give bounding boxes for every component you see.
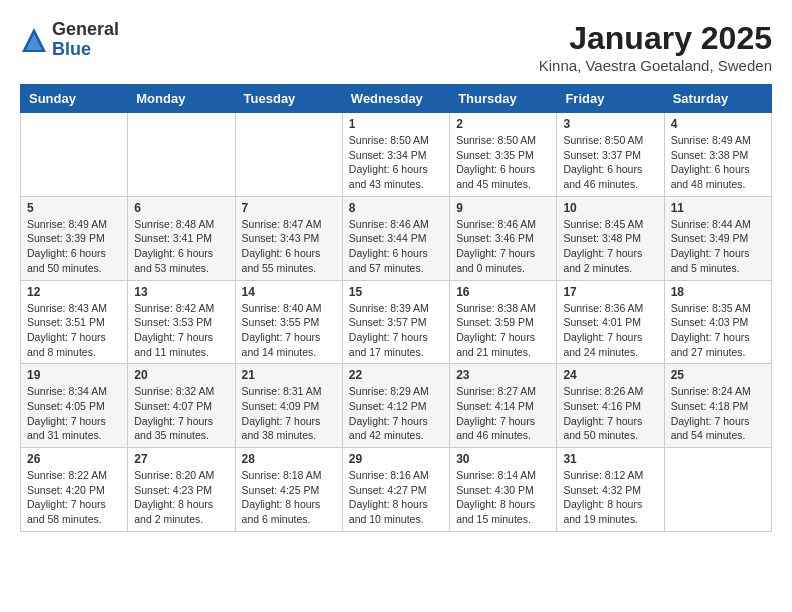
day-info: Sunrise: 8:32 AM Sunset: 4:07 PM Dayligh… (134, 384, 228, 443)
day-info: Sunrise: 8:42 AM Sunset: 3:53 PM Dayligh… (134, 301, 228, 360)
calendar-cell (664, 448, 771, 532)
day-info: Sunrise: 8:45 AM Sunset: 3:48 PM Dayligh… (563, 217, 657, 276)
day-info: Sunrise: 8:50 AM Sunset: 3:35 PM Dayligh… (456, 133, 550, 192)
day-number: 4 (671, 117, 765, 131)
calendar-cell: 4Sunrise: 8:49 AM Sunset: 3:38 PM Daylig… (664, 113, 771, 197)
calendar-week-row: 12Sunrise: 8:43 AM Sunset: 3:51 PM Dayli… (21, 280, 772, 364)
day-info: Sunrise: 8:38 AM Sunset: 3:59 PM Dayligh… (456, 301, 550, 360)
calendar-header-saturday: Saturday (664, 85, 771, 113)
day-number: 15 (349, 285, 443, 299)
title-section: January 2025 Kinna, Vaestra Goetaland, S… (539, 20, 772, 74)
day-info: Sunrise: 8:44 AM Sunset: 3:49 PM Dayligh… (671, 217, 765, 276)
calendar-header-wednesday: Wednesday (342, 85, 449, 113)
calendar-cell: 5Sunrise: 8:49 AM Sunset: 3:39 PM Daylig… (21, 196, 128, 280)
calendar-cell: 12Sunrise: 8:43 AM Sunset: 3:51 PM Dayli… (21, 280, 128, 364)
page-header: General Blue January 2025 Kinna, Vaestra… (20, 20, 772, 74)
calendar-cell: 1Sunrise: 8:50 AM Sunset: 3:34 PM Daylig… (342, 113, 449, 197)
day-info: Sunrise: 8:14 AM Sunset: 4:30 PM Dayligh… (456, 468, 550, 527)
calendar-week-row: 26Sunrise: 8:22 AM Sunset: 4:20 PM Dayli… (21, 448, 772, 532)
logo-icon (20, 26, 48, 54)
calendar-cell: 28Sunrise: 8:18 AM Sunset: 4:25 PM Dayli… (235, 448, 342, 532)
day-number: 13 (134, 285, 228, 299)
calendar-cell: 11Sunrise: 8:44 AM Sunset: 3:49 PM Dayli… (664, 196, 771, 280)
day-number: 18 (671, 285, 765, 299)
calendar-week-row: 19Sunrise: 8:34 AM Sunset: 4:05 PM Dayli… (21, 364, 772, 448)
calendar-header-thursday: Thursday (450, 85, 557, 113)
calendar-cell (235, 113, 342, 197)
day-info: Sunrise: 8:12 AM Sunset: 4:32 PM Dayligh… (563, 468, 657, 527)
calendar-cell: 20Sunrise: 8:32 AM Sunset: 4:07 PM Dayli… (128, 364, 235, 448)
day-info: Sunrise: 8:35 AM Sunset: 4:03 PM Dayligh… (671, 301, 765, 360)
calendar-week-row: 5Sunrise: 8:49 AM Sunset: 3:39 PM Daylig… (21, 196, 772, 280)
calendar-header-sunday: Sunday (21, 85, 128, 113)
logo: General Blue (20, 20, 119, 60)
day-number: 10 (563, 201, 657, 215)
day-info: Sunrise: 8:24 AM Sunset: 4:18 PM Dayligh… (671, 384, 765, 443)
calendar-cell: 6Sunrise: 8:48 AM Sunset: 3:41 PM Daylig… (128, 196, 235, 280)
calendar-cell: 22Sunrise: 8:29 AM Sunset: 4:12 PM Dayli… (342, 364, 449, 448)
day-number: 29 (349, 452, 443, 466)
day-number: 19 (27, 368, 121, 382)
day-info: Sunrise: 8:48 AM Sunset: 3:41 PM Dayligh… (134, 217, 228, 276)
day-info: Sunrise: 8:46 AM Sunset: 3:44 PM Dayligh… (349, 217, 443, 276)
day-number: 21 (242, 368, 336, 382)
day-number: 23 (456, 368, 550, 382)
calendar-cell: 31Sunrise: 8:12 AM Sunset: 4:32 PM Dayli… (557, 448, 664, 532)
day-number: 17 (563, 285, 657, 299)
calendar-cell: 23Sunrise: 8:27 AM Sunset: 4:14 PM Dayli… (450, 364, 557, 448)
day-number: 22 (349, 368, 443, 382)
day-number: 24 (563, 368, 657, 382)
calendar-cell (128, 113, 235, 197)
day-number: 9 (456, 201, 550, 215)
day-info: Sunrise: 8:46 AM Sunset: 3:46 PM Dayligh… (456, 217, 550, 276)
day-info: Sunrise: 8:22 AM Sunset: 4:20 PM Dayligh… (27, 468, 121, 527)
day-number: 20 (134, 368, 228, 382)
day-info: Sunrise: 8:49 AM Sunset: 3:38 PM Dayligh… (671, 133, 765, 192)
calendar-cell: 30Sunrise: 8:14 AM Sunset: 4:30 PM Dayli… (450, 448, 557, 532)
logo-text: General Blue (52, 20, 119, 60)
day-info: Sunrise: 8:50 AM Sunset: 3:34 PM Dayligh… (349, 133, 443, 192)
day-number: 25 (671, 368, 765, 382)
day-number: 1 (349, 117, 443, 131)
calendar-header-friday: Friday (557, 85, 664, 113)
day-info: Sunrise: 8:43 AM Sunset: 3:51 PM Dayligh… (27, 301, 121, 360)
day-number: 3 (563, 117, 657, 131)
day-number: 5 (27, 201, 121, 215)
calendar-cell: 26Sunrise: 8:22 AM Sunset: 4:20 PM Dayli… (21, 448, 128, 532)
day-number: 8 (349, 201, 443, 215)
calendar-header-monday: Monday (128, 85, 235, 113)
day-number: 28 (242, 452, 336, 466)
calendar-cell: 18Sunrise: 8:35 AM Sunset: 4:03 PM Dayli… (664, 280, 771, 364)
day-number: 30 (456, 452, 550, 466)
day-info: Sunrise: 8:39 AM Sunset: 3:57 PM Dayligh… (349, 301, 443, 360)
logo-general: General (52, 20, 119, 40)
calendar-table: SundayMondayTuesdayWednesdayThursdayFrid… (20, 84, 772, 532)
calendar-cell: 19Sunrise: 8:34 AM Sunset: 4:05 PM Dayli… (21, 364, 128, 448)
calendar-cell: 14Sunrise: 8:40 AM Sunset: 3:55 PM Dayli… (235, 280, 342, 364)
calendar-cell: 27Sunrise: 8:20 AM Sunset: 4:23 PM Dayli… (128, 448, 235, 532)
calendar-header-row: SundayMondayTuesdayWednesdayThursdayFrid… (21, 85, 772, 113)
day-info: Sunrise: 8:16 AM Sunset: 4:27 PM Dayligh… (349, 468, 443, 527)
day-info: Sunrise: 8:47 AM Sunset: 3:43 PM Dayligh… (242, 217, 336, 276)
calendar-cell: 29Sunrise: 8:16 AM Sunset: 4:27 PM Dayli… (342, 448, 449, 532)
day-info: Sunrise: 8:26 AM Sunset: 4:16 PM Dayligh… (563, 384, 657, 443)
day-info: Sunrise: 8:50 AM Sunset: 3:37 PM Dayligh… (563, 133, 657, 192)
calendar-cell: 13Sunrise: 8:42 AM Sunset: 3:53 PM Dayli… (128, 280, 235, 364)
calendar-cell: 3Sunrise: 8:50 AM Sunset: 3:37 PM Daylig… (557, 113, 664, 197)
day-info: Sunrise: 8:29 AM Sunset: 4:12 PM Dayligh… (349, 384, 443, 443)
day-number: 11 (671, 201, 765, 215)
day-number: 6 (134, 201, 228, 215)
calendar-cell: 10Sunrise: 8:45 AM Sunset: 3:48 PM Dayli… (557, 196, 664, 280)
calendar-cell: 7Sunrise: 8:47 AM Sunset: 3:43 PM Daylig… (235, 196, 342, 280)
day-number: 7 (242, 201, 336, 215)
day-info: Sunrise: 8:20 AM Sunset: 4:23 PM Dayligh… (134, 468, 228, 527)
calendar-cell: 21Sunrise: 8:31 AM Sunset: 4:09 PM Dayli… (235, 364, 342, 448)
day-number: 27 (134, 452, 228, 466)
page-title: January 2025 (539, 20, 772, 57)
day-number: 16 (456, 285, 550, 299)
day-number: 12 (27, 285, 121, 299)
calendar-cell: 15Sunrise: 8:39 AM Sunset: 3:57 PM Dayli… (342, 280, 449, 364)
day-info: Sunrise: 8:49 AM Sunset: 3:39 PM Dayligh… (27, 217, 121, 276)
logo-blue: Blue (52, 40, 119, 60)
calendar-cell: 24Sunrise: 8:26 AM Sunset: 4:16 PM Dayli… (557, 364, 664, 448)
